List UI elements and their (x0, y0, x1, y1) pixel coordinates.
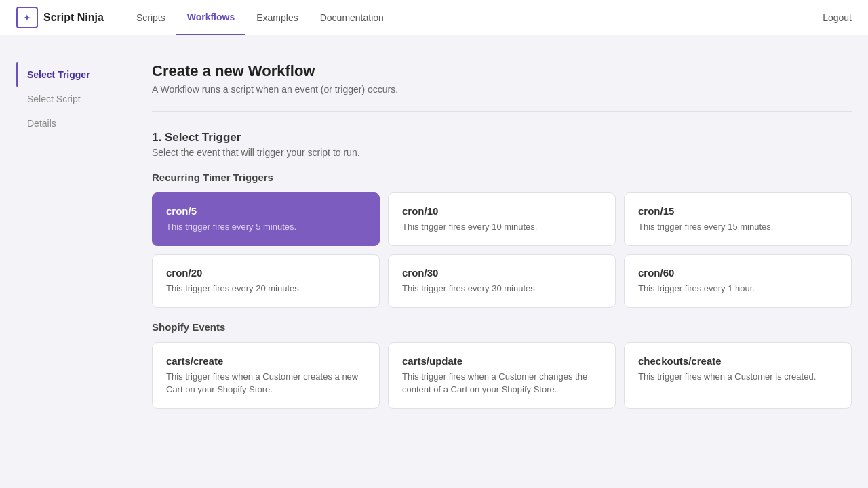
trigger-card-cron15[interactable]: cron/15 This trigger fires every 15 minu… (624, 192, 852, 246)
trigger-card-cron60-desc: This trigger fires every 1 hour. (638, 283, 837, 295)
shopify-events-label: Shopify Events (152, 321, 852, 333)
trigger-card-cron10-name: cron/10 (402, 205, 601, 217)
navbar: ✦ Script Ninja Scripts Workflows Example… (0, 0, 868, 35)
trigger-card-cron60[interactable]: cron/60 This trigger fires every 1 hour. (624, 254, 852, 308)
nav-examples[interactable]: Examples (245, 0, 309, 35)
logout-button[interactable]: Logout (823, 12, 852, 23)
page-header: Create a new Workflow A Workflow runs a … (152, 62, 852, 95)
trigger-card-cron15-desc: This trigger fires every 15 minutes. (638, 221, 837, 233)
trigger-card-cron20[interactable]: cron/20 This trigger fires every 20 minu… (152, 254, 380, 308)
page-subtitle: A Workflow runs a script when an event (… (152, 84, 852, 95)
section-subtitle: Select the event that will trigger your … (152, 147, 852, 158)
trigger-card-cron30-desc: This trigger fires every 30 minutes. (402, 283, 601, 295)
trigger-card-checkouts-create[interactable]: checkouts/create This trigger fires when… (624, 342, 852, 408)
section-title: 1. Select Trigger (152, 131, 852, 144)
page-title: Create a new Workflow (152, 62, 852, 80)
nav-documentation[interactable]: Documentation (309, 0, 395, 35)
recurring-triggers-grid: cron/5 This trigger fires every 5 minute… (152, 192, 852, 308)
brand-logo-icon: ✦ (16, 7, 38, 28)
trigger-card-cron5-desc: This trigger fires every 5 minutes. (166, 221, 366, 233)
brand-name: Script Ninja (43, 12, 104, 24)
page-container: Select Trigger Select Script Details Cre… (0, 35, 868, 449)
sidebar: Select Trigger Select Script Details (16, 62, 152, 422)
trigger-card-carts-update[interactable]: carts/update This trigger fires when a C… (388, 342, 616, 408)
trigger-card-cron20-desc: This trigger fires every 20 minutes. (166, 283, 366, 295)
trigger-card-carts-update-desc: This trigger fires when a Customer chang… (402, 371, 601, 395)
nav-links: Scripts Workflows Examples Documentation (125, 0, 823, 35)
trigger-card-cron15-name: cron/15 (638, 205, 837, 217)
brand-logo-link[interactable]: ✦ Script Ninja (16, 7, 104, 28)
trigger-card-cron5[interactable]: cron/5 This trigger fires every 5 minute… (152, 192, 380, 246)
sidebar-item-select-script[interactable]: Select Script (16, 87, 152, 111)
nav-workflows[interactable]: Workflows (176, 0, 246, 35)
main-content: Create a new Workflow A Workflow runs a … (152, 62, 852, 422)
trigger-card-carts-create[interactable]: carts/create This trigger fires when a C… (152, 342, 380, 408)
trigger-card-carts-update-name: carts/update (402, 355, 601, 367)
sidebar-item-details[interactable]: Details (16, 111, 152, 136)
trigger-card-checkouts-create-desc: This trigger fires when a Customer is cr… (638, 371, 837, 383)
trigger-card-cron10-desc: This trigger fires every 10 minutes. (402, 221, 601, 233)
trigger-card-cron30[interactable]: cron/30 This trigger fires every 30 minu… (388, 254, 616, 308)
trigger-card-carts-create-desc: This trigger fires when a Customer creat… (166, 371, 366, 395)
sidebar-item-select-trigger[interactable]: Select Trigger (16, 62, 152, 87)
recurring-triggers-label: Recurring Timer Triggers (152, 171, 852, 183)
shopify-events-grid: carts/create This trigger fires when a C… (152, 342, 852, 408)
trigger-card-carts-create-name: carts/create (166, 355, 366, 367)
nav-scripts[interactable]: Scripts (125, 0, 176, 35)
trigger-card-cron60-name: cron/60 (638, 267, 837, 279)
trigger-card-checkouts-create-name: checkouts/create (638, 355, 837, 367)
trigger-card-cron10[interactable]: cron/10 This trigger fires every 10 minu… (388, 192, 616, 246)
shopify-events-section: Shopify Events carts/create This trigger… (152, 321, 852, 408)
trigger-card-cron20-name: cron/20 (166, 267, 366, 279)
trigger-card-cron5-name: cron/5 (166, 205, 366, 217)
trigger-card-cron30-name: cron/30 (402, 267, 601, 279)
section-divider (152, 111, 852, 112)
